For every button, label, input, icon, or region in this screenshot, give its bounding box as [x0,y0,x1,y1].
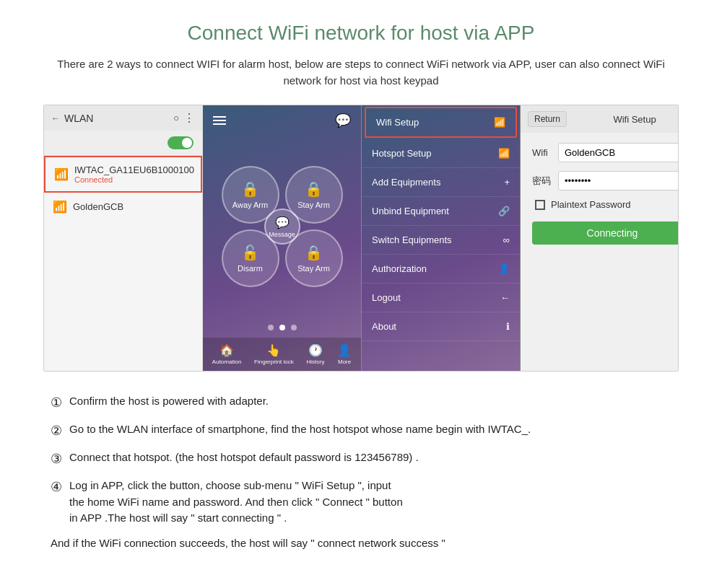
wlan-toggle[interactable] [168,136,193,149]
page-dots [203,317,361,338]
menu-unbind-equipment[interactable]: Unbind Equipment 🔗 [362,197,520,226]
page-title: Connect WiFi network for host via APP [43,22,679,45]
app-nav: 🏠 Automation 👆 Fingerprint lock 🕐 Histor… [203,338,361,371]
panel-app: 💬 🔒 Away Arm 🔒 Stay Arm 🔓 Disarm 🔒 [203,105,362,371]
link-menu-icon: 🔗 [498,206,510,216]
step-2: ② Go to the WLAN interface of smartphone… [51,421,671,441]
ws-content: Wifi 密码 Plaintext Password Connecting [521,133,679,255]
menu-wifi-setup[interactable]: Wifi Setup 📶 [365,107,517,138]
menu-hotspot-setup[interactable]: Hotspot Setup 📶 [362,139,520,168]
step-2-num: ② [51,421,62,441]
subtitle: There are 2 ways to connect WIFI for ala… [43,56,679,89]
app-arms: 🔒 Away Arm 🔒 Stay Arm 🔓 Disarm 🔒 Stay Ar… [203,136,361,317]
step-3: ③ Connect that hotspot. (the host hotspo… [51,449,671,469]
instructions: ① Confirm the host is powered with adapt… [43,393,679,551]
stay-arm-label: Stay Arm [297,201,330,209]
wlan-title: WLAN [64,113,169,124]
menu-unbind-label: Unbind Equipment [372,206,449,216]
nav-more[interactable]: 👤 More [337,343,352,365]
and-if-text: And if the WiFi connection succeeds, the… [51,535,671,552]
wifi-password-input[interactable] [558,171,679,190]
message-btn[interactable]: 💬 Message [264,209,300,245]
password-field: 密码 [532,171,679,190]
nav-history-label: History [306,359,324,365]
menu-about[interactable]: About ℹ [362,312,520,341]
ws-header: Return Wifi Setup [521,105,679,133]
step-4-num: ④ [51,478,62,497]
menu-add-label: Add Equipments [372,177,440,188]
dot-1[interactable] [268,325,274,330]
plain-wifi-name: GoldenGCB [73,201,123,212]
nav-history[interactable]: 🕐 History [306,343,324,365]
home-nav-icon: 🏠 [219,343,234,357]
wifi-plain-icon: 📶 [53,200,67,214]
menu-switch-label: Switch Equipments [372,234,452,245]
step-4-line3: in APP .The host will say " start connec… [69,512,287,524]
plain-wifi-item[interactable]: 📶 GoldenGCB [44,193,202,221]
wifi-name-input[interactable] [558,143,679,162]
screenshots-container: ← WLAN ○ ⋮ 📶 IWTAC_GA11EU6B1000100 Conne… [43,105,679,372]
home-lock-icon: 🔒 [305,244,323,261]
wifi-connected-icon: 📶 [54,167,69,181]
wifi-field-label: Wifi [532,147,552,158]
person-menu-icon: 👤 [498,263,510,274]
nav-automation[interactable]: 🏠 Automation [212,343,241,365]
more-nav-icon: 👤 [337,343,352,357]
app-header: 💬 [203,105,361,136]
stay-arm-label-2: Stay Arm [297,264,330,273]
wlan-header: ← WLAN ○ ⋮ [44,105,202,131]
menu-add-equipments[interactable]: Add Equipments + [362,168,520,197]
back-arrow-icon[interactable]: ← [51,113,60,123]
step-1: ① Confirm the host is powered with adapt… [51,393,671,413]
connected-wifi-name: IWTAC_GA11EU6B1000100 [74,164,194,175]
lock-icon: 🔒 [241,180,259,198]
info-menu-icon: ℹ [506,321,510,332]
menu-switch-equipments[interactable]: Switch Equipments ∞ [362,226,520,255]
menu-authorization[interactable]: Authorization 👤 [362,255,520,284]
return-button[interactable]: Return [528,111,567,127]
wifi-field: Wifi [532,143,679,162]
chat-icon[interactable]: 💬 [335,113,351,128]
panel-wlan: ← WLAN ○ ⋮ 📶 IWTAC_GA11EU6B1000100 Conne… [44,105,203,371]
nav-automation-label: Automation [212,359,241,365]
wifi-menu-icon: 📶 [494,117,505,128]
menu-hotspot-label: Hotspot Setup [372,148,431,159]
unlock-icon: 🔓 [241,244,259,261]
nav-fingerprint[interactable]: 👆 Fingerprint lock [254,343,294,365]
hamburger-icon[interactable] [213,116,226,125]
connected-wifi-item[interactable]: 📶 IWTAC_GA11EU6B1000100 Connected [44,156,202,193]
step-4-text: Log in APP, click the button, choose sub… [69,478,671,527]
hotspot-icon: 📶 [498,148,510,159]
step-4-line1: Log in APP, click the button, choose sub… [69,479,391,491]
history-nav-icon: 🕐 [308,343,323,357]
disarm-label: Disarm [238,264,263,273]
menu-logout-label: Logout [372,292,401,303]
step-1-text: Confirm the host is powered with adapter… [69,393,671,410]
pwd-field-label: 密码 [532,175,552,188]
menu-logout[interactable]: Logout ← [362,284,520,312]
plaintext-checkbox[interactable] [535,200,545,210]
step-1-num: ① [51,393,62,413]
nav-more-label: More [338,359,351,365]
circle-icon: ○ [173,113,179,123]
dot-3[interactable] [291,325,297,330]
ws-title: Wifi Setup [573,114,679,125]
message-label: Message [269,231,295,238]
connected-wifi-status: Connected [74,175,194,184]
step-3-text: Connect that hotspot. (the host hotspot … [69,449,671,466]
connect-button[interactable]: Connecting [532,221,679,245]
more-icon[interactable]: ⋮ [183,111,195,125]
wlan-toggle-row [44,131,202,155]
loop-menu-icon: ∞ [503,234,510,245]
plaintext-label: Plaintext Password [551,199,631,210]
fingerprint-nav-icon: 👆 [266,343,281,357]
plus-menu-icon: + [504,177,510,188]
menu-about-label: About [372,321,396,332]
step-2-text: Go to the WLAN interface of smartphone, … [69,421,671,438]
dot-2-active[interactable] [279,325,285,330]
menu-wifi-setup-label: Wifi Setup [376,117,419,128]
menu-auth-label: Authorization [372,263,427,274]
plaintext-checkbox-row: Plaintext Password [532,199,679,210]
step-4-line2: the home WiFi name and password. And the… [69,496,403,508]
arrow-menu-icon: ← [500,292,510,303]
